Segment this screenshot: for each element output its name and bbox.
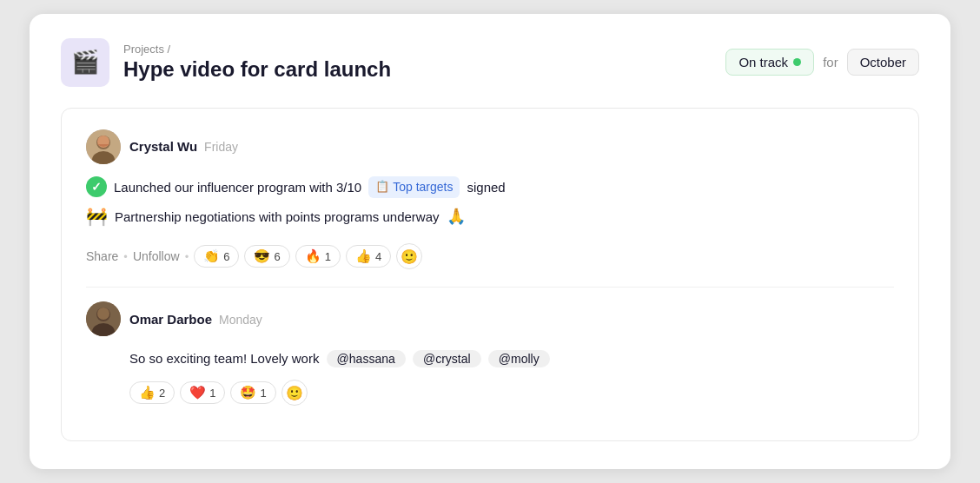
reaction-cool[interactable]: 😎 6	[244, 245, 289, 268]
header-text: Projects / Hype video for card launch	[123, 43, 391, 82]
page-title: Hype video for card launch	[123, 57, 391, 82]
post-1-body: Launched our influencer program with 3/1…	[86, 176, 894, 232]
post-1-day: Friday	[204, 140, 238, 154]
status-dot	[793, 58, 801, 66]
post-1: Crystal Wu Friday Launched our influence…	[86, 129, 894, 270]
post-1-header: Crystal Wu Friday	[86, 129, 894, 164]
post-1-line1: Launched our influencer program with 3/1…	[86, 176, 894, 199]
project-icon: 🎬	[61, 38, 109, 87]
thumbsup-emoji: 👍	[355, 248, 372, 264]
fire-count: 1	[325, 250, 331, 263]
thumbsup-count: 4	[375, 250, 381, 263]
svg-point-7	[97, 308, 109, 320]
post-1-author: Crystal Wu	[129, 139, 197, 154]
avatar-omar	[86, 301, 121, 336]
unfollow-button[interactable]: Unfollow	[133, 249, 180, 263]
mention-molly[interactable]: @molly	[488, 350, 550, 367]
mention-crystal[interactable]: @crystal	[413, 350, 481, 367]
clap-count: 6	[223, 250, 229, 263]
sep-2: •	[185, 250, 189, 263]
post-1-line2-text: Partnership negotiations with points pro…	[115, 206, 440, 228]
cool-emoji: 😎	[254, 248, 270, 264]
starstruck-emoji: 🤩	[240, 385, 256, 400]
breadcrumb: Projects /	[123, 43, 391, 56]
thumbsup2-count: 2	[159, 387, 165, 400]
post-1-actions: Share • Unfollow • 👏 6 😎 6 🔥 1 👍	[86, 243, 894, 269]
thumbsup2-emoji: 👍	[139, 385, 156, 400]
reaction-clap[interactable]: 👏 6	[194, 245, 239, 268]
add-reaction-button[interactable]: 🙂	[396, 243, 422, 269]
feed-card: Crystal Wu Friday Launched our influence…	[61, 108, 919, 442]
post-2-text: So so exciting team! Lovely work	[129, 351, 319, 366]
status-label: On track	[738, 55, 788, 69]
post-2-header: Omar Darboe Monday	[86, 301, 894, 336]
page-header: 🎬 Projects / Hype video for card launch …	[61, 38, 919, 87]
pray-emoji: 🙏	[447, 203, 466, 230]
clap-emoji: 👏	[203, 248, 220, 264]
smiley2-icon: 🙂	[286, 385, 303, 401]
smiley-icon: 🙂	[401, 248, 418, 265]
post-2-author: Omar Darboe	[129, 312, 212, 327]
header-right: On track for October	[725, 49, 919, 76]
share-button[interactable]: Share	[86, 249, 118, 263]
tag-label: Top targets	[393, 177, 453, 198]
post-1-line1-text: Launched our influencer program with 3/1…	[114, 176, 361, 199]
list-icon: 📋	[375, 177, 389, 196]
post-divider	[86, 287, 894, 288]
post-2: Omar Darboe Monday So so exciting team! …	[86, 301, 894, 406]
main-card: 🎬 Projects / Hype video for card launch …	[30, 14, 950, 470]
starstruck-count: 1	[260, 387, 266, 400]
post-1-meta: Crystal Wu Friday	[129, 139, 238, 154]
post-2-day: Monday	[219, 313, 262, 327]
check-icon	[86, 176, 107, 197]
fire-emoji: 🔥	[305, 248, 321, 264]
cool-count: 6	[274, 250, 280, 263]
mention-hassana[interactable]: @hassana	[327, 350, 406, 367]
sep-1: •	[123, 250, 128, 263]
top-targets-tag[interactable]: 📋 Top targets	[368, 176, 460, 199]
post-1-line2: 🚧 Partnership negotiations with points p…	[86, 202, 894, 231]
reaction-starstruck[interactable]: 🤩 1	[230, 381, 275, 404]
add-reaction-button-2[interactable]: 🙂	[281, 380, 308, 406]
post-2-meta: Omar Darboe Monday	[129, 312, 262, 327]
reaction-fire[interactable]: 🔥 1	[295, 245, 341, 268]
post-1-line1-suffix: signed	[467, 176, 505, 199]
header-left: 🎬 Projects / Hype video for card launch	[61, 38, 391, 87]
post-2-body: So so exciting team! Lovely work @hassan…	[129, 348, 894, 369]
avatar-crystal	[86, 129, 121, 164]
reaction-heart[interactable]: ❤️ 1	[180, 381, 225, 404]
reaction-thumbsup-2[interactable]: 👍 2	[129, 381, 175, 404]
reaction-thumbsup[interactable]: 👍 4	[346, 245, 391, 268]
heart-count: 1	[209, 387, 215, 400]
heart-emoji: ❤️	[189, 385, 206, 400]
for-label: for	[823, 55, 838, 69]
status-badge[interactable]: On track	[725, 49, 814, 76]
month-badge[interactable]: October	[847, 49, 919, 76]
post-2-reactions: 👍 2 ❤️ 1 🤩 1 🙂	[129, 380, 894, 406]
construction-icon: 🚧	[86, 202, 108, 231]
